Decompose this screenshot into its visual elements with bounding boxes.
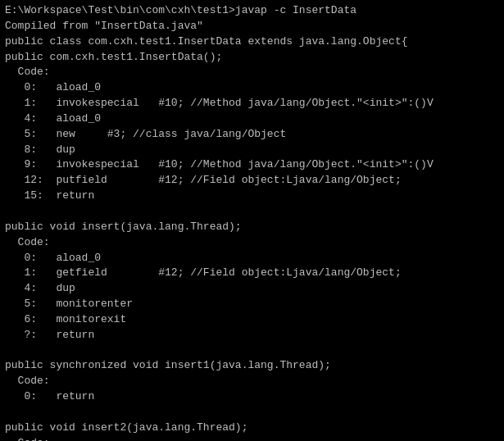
terminal-line: 5: new #3; //class java/lang/Object xyxy=(5,127,499,143)
terminal-line: Compiled from "InsertData.java" xyxy=(5,19,499,34)
terminal-line: 0: aload_0 xyxy=(5,80,499,96)
terminal-line: 0: aload_0 xyxy=(5,251,499,266)
terminal-line: Code: xyxy=(5,65,499,80)
terminal-line: 12: putfield #12; //Field object:Ljava/l… xyxy=(5,173,499,189)
terminal-output: E:\Workspace\Test\bin\com\cxh\test1>java… xyxy=(5,3,499,441)
terminal-line: 5: monitorenter xyxy=(5,297,499,312)
terminal-line: 6: monitorexit xyxy=(5,312,499,328)
terminal-window: E:\Workspace\Test\bin\com\cxh\test1>java… xyxy=(0,0,504,441)
terminal-line xyxy=(5,405,499,421)
terminal-line: E:\Workspace\Test\bin\com\cxh\test1>java… xyxy=(5,3,499,19)
terminal-line: 0: return xyxy=(5,389,499,405)
terminal-line: 1: invokespecial #10; //Method java/lang… xyxy=(5,96,499,111)
terminal-line: Code: xyxy=(5,235,499,251)
terminal-line xyxy=(5,343,499,359)
terminal-line: 1: getfield #12; //Field object:Ljava/la… xyxy=(5,266,499,281)
terminal-line: 4: aload_0 xyxy=(5,111,499,127)
terminal-line: ?: return xyxy=(5,328,499,343)
terminal-line: Code: xyxy=(5,436,499,441)
terminal-line: public void insert2(java.lang.Thread); xyxy=(5,421,499,436)
terminal-line: 9: invokespecial #10; //Method java/lang… xyxy=(5,157,499,173)
terminal-line: 4: dup xyxy=(5,281,499,297)
terminal-line: Code: xyxy=(5,374,499,389)
terminal-line: public void insert(java.lang.Thread); xyxy=(5,220,499,235)
terminal-line: public com.cxh.test1.InsertData(); xyxy=(5,50,499,66)
terminal-line: 15: return xyxy=(5,189,499,204)
terminal-line xyxy=(5,204,499,220)
terminal-line: 8: dup xyxy=(5,143,499,158)
terminal-line: public synchronized void insert1(java.la… xyxy=(5,358,499,374)
terminal-line: public class com.cxh.test1.InsertData ex… xyxy=(5,34,499,50)
